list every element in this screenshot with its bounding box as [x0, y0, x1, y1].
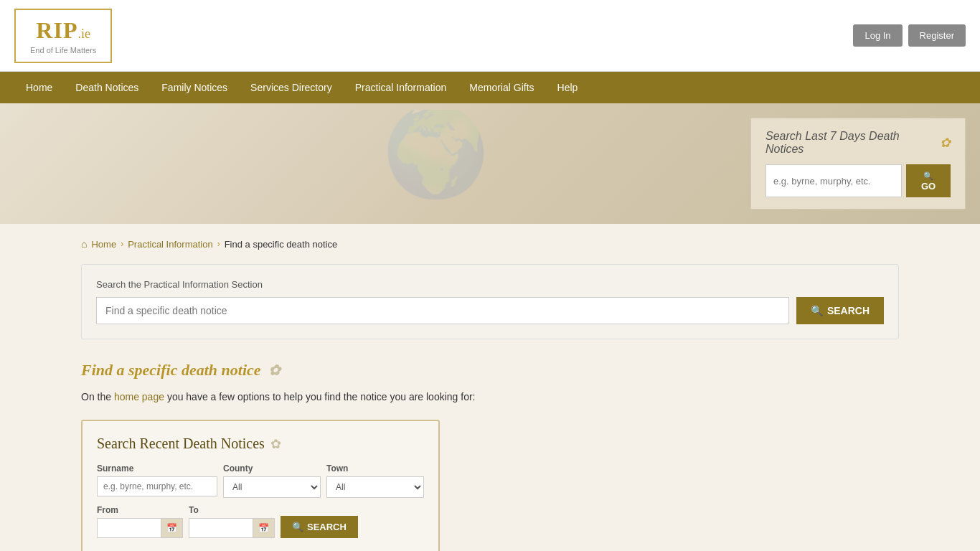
from-input[interactable]: 05/09/2013	[97, 518, 161, 538]
nav-memorial-gifts[interactable]: Memorial Gifts	[458, 72, 545, 103]
leaf-icon: ✿	[940, 135, 951, 151]
surname-input[interactable]	[97, 476, 217, 496]
home-icon: ⌂	[81, 238, 87, 250]
home-page-link[interactable]: home page	[114, 391, 164, 402]
breadcrumb-practical-info[interactable]: Practical Information	[128, 239, 213, 250]
surname-group: Surname	[97, 463, 217, 498]
breadcrumb-sep-2: ›	[217, 239, 220, 249]
breadcrumb-current: Find a specific death notice	[225, 239, 338, 250]
search-section: Search the Practical Information Section…	[81, 264, 899, 339]
demo-leaf-icon: ✿	[270, 436, 281, 452]
to-calendar-button[interactable]: 📅	[253, 518, 275, 538]
demo-search-icon: 🔍	[292, 522, 303, 532]
search-demo-title: Search Recent Death Notices ✿	[97, 435, 424, 452]
surname-label: Surname	[97, 463, 217, 474]
to-group: To 12/09/2013 📅	[189, 505, 275, 538]
from-input-wrap: 05/09/2013 📅	[97, 518, 183, 538]
search-widget-input[interactable]	[765, 164, 902, 197]
nav-practical-information[interactable]: Practical Information	[344, 72, 458, 103]
logo-tagline: End of Life Matters	[30, 46, 96, 55]
search-widget-input-row: 🔍 GO	[765, 164, 951, 197]
town-group: Town All	[326, 463, 424, 498]
breadcrumb-home[interactable]: Home	[91, 239, 116, 250]
from-group: From 05/09/2013 📅	[97, 505, 183, 538]
header-buttons: Log In Register	[853, 24, 966, 47]
county-label: County	[223, 463, 321, 474]
nav-death-notices[interactable]: Death Notices	[64, 72, 150, 103]
intro-text: On the home page you have a few options …	[81, 391, 899, 402]
page-heading-leaf-icon: ✿	[268, 362, 281, 379]
town-label: Town	[326, 463, 424, 474]
logo-area: RIP.ie End of Life Matters	[14, 9, 112, 63]
nav-home[interactable]: Home	[14, 72, 64, 103]
go-button[interactable]: 🔍 GO	[906, 164, 951, 197]
town-select[interactable]: All	[326, 476, 424, 498]
search-section-input[interactable]	[96, 297, 789, 324]
search-icon: 🔍	[923, 171, 933, 180]
demo-search-button[interactable]: 🔍 SEARCH	[281, 516, 358, 538]
logo-text: RIP.ie	[30, 17, 96, 44]
demo-date-row: From 05/09/2013 📅 To 12/09/2013 📅 🔍 SEAR…	[97, 505, 424, 538]
main-nav: Home Death Notices Family Notices Servic…	[0, 72, 980, 103]
logo-box: RIP.ie End of Life Matters	[14, 9, 112, 63]
demo-fields-row: Surname County All Town All	[97, 463, 424, 498]
from-calendar-button[interactable]: 📅	[161, 518, 183, 538]
search-section-row: 🔍 SEARCH	[96, 297, 884, 324]
to-label: To	[189, 505, 275, 515]
search-widget-title: Search Last 7 Days Death Notices ✿	[765, 130, 951, 156]
county-select[interactable]: All	[223, 476, 321, 498]
from-label: From	[97, 505, 183, 515]
header: RIP.ie End of Life Matters Log In Regist…	[0, 0, 980, 72]
nav-help[interactable]: Help	[546, 72, 590, 103]
search-section-icon: 🔍	[811, 305, 823, 316]
nav-services-directory[interactable]: Services Directory	[239, 72, 344, 103]
banner-area: Search Last 7 Days Death Notices ✿ 🔍 GO	[0, 103, 980, 224]
search-widget: Search Last 7 Days Death Notices ✿ 🔍 GO	[750, 118, 966, 209]
breadcrumb: ⌂ Home › Practical Information › Find a …	[81, 238, 899, 250]
nav-family-notices[interactable]: Family Notices	[150, 72, 239, 103]
to-input-wrap: 12/09/2013 📅	[189, 518, 275, 538]
to-input[interactable]: 12/09/2013	[189, 518, 253, 538]
search-section-button[interactable]: 🔍 SEARCH	[796, 297, 884, 324]
breadcrumb-sep-1: ›	[121, 239, 123, 249]
county-group: County All	[223, 463, 321, 498]
page-heading: Find a specific death notice ✿	[81, 361, 899, 380]
main-content: ⌂ Home › Practical Information › Find a …	[60, 224, 920, 551]
search-section-title: Search the Practical Information Section	[96, 279, 884, 290]
login-button[interactable]: Log In	[853, 24, 902, 47]
register-button[interactable]: Register	[908, 24, 966, 47]
search-demo-box: Search Recent Death Notices ✿ Surname Co…	[81, 420, 440, 551]
